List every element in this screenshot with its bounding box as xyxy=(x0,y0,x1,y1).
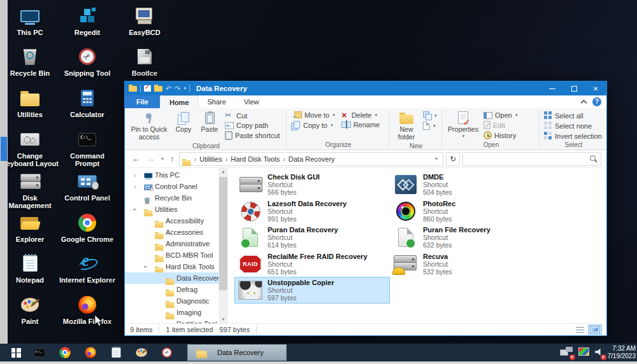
desktop-icon-this-pc[interactable]: This PC xyxy=(1,5,59,36)
breadcrumb-utilities[interactable]: Utilities xyxy=(198,155,223,163)
tree-item-utilities[interactable]: Utilities xyxy=(125,204,218,215)
customize-qat-chevron-icon[interactable]: ▾ xyxy=(183,86,186,91)
help-button[interactable] xyxy=(592,97,601,106)
move-to-button[interactable]: Move to▾ xyxy=(289,111,337,120)
details-view-button[interactable] xyxy=(575,326,586,334)
tree-item-diagnostic[interactable]: Diagnostic xyxy=(125,295,218,307)
icons-view-button[interactable] xyxy=(589,325,601,334)
file-item-dmde[interactable]: DMDEShortcut504 bytes xyxy=(390,172,545,197)
file-item-reclaime-free-raid-recovery[interactable]: RAIDReclaiMe Free RAID RecoveryShortcut6… xyxy=(235,251,389,277)
file-item-puran-file-recovery[interactable]: Puran File RecoveryShortcut632 bytes xyxy=(390,225,545,250)
desktop-icon-regedit[interactable]: Regedit xyxy=(59,5,116,36)
file-item-photorec[interactable]: PhotoRecShortcut860 bytes xyxy=(390,199,545,224)
expander-collapsed-icon[interactable] xyxy=(134,170,140,180)
desktop-icon-disk-management[interactable]: Disk Management xyxy=(1,171,59,209)
breadcrumb-hard-disk-tools[interactable]: Hard Disk Tools xyxy=(229,155,281,163)
tab-view[interactable]: View xyxy=(235,95,268,108)
undo-icon[interactable]: ↶ xyxy=(166,85,171,92)
tab-file[interactable]: File xyxy=(125,95,160,108)
start-button[interactable] xyxy=(5,344,27,361)
tree-item-accessories[interactable]: Accessories xyxy=(125,227,218,238)
breadcrumb-data-recovery[interactable]: Data Recovery xyxy=(287,155,336,163)
minimize-button[interactable] xyxy=(541,81,563,95)
redo-icon[interactable]: ↷ xyxy=(175,85,180,92)
properties-icon[interactable] xyxy=(144,85,151,92)
expander-expanded-icon[interactable] xyxy=(134,204,140,214)
up-button[interactable]: ↑ xyxy=(168,155,176,163)
tab-share[interactable]: Share xyxy=(199,95,235,108)
desktop-icon-mozilla-firefox[interactable]: Mozilla Firefox xyxy=(59,294,116,325)
refresh-button[interactable] xyxy=(446,152,460,166)
file-item-lazesoft-data-recovery[interactable]: Lazesoft Data RecoveryShortcut991 bytes xyxy=(235,199,389,224)
file-item-check-disk-gui[interactable]: Check Disk GUIShortcut566 bytes xyxy=(235,172,389,197)
select-all-button[interactable]: Select all xyxy=(542,111,604,120)
close-button[interactable] xyxy=(585,81,606,95)
desktop-icon-notepad[interactable]: Notepad xyxy=(1,253,59,284)
tree-item-accessibility[interactable]: Accessibility xyxy=(125,215,218,227)
taskbar-icon-cmd[interactable] xyxy=(27,344,52,361)
taskbar-icon-snip[interactable] xyxy=(154,344,180,361)
open-button[interactable]: Open▾ xyxy=(482,111,519,120)
tray-volume-icon[interactable]: ✕ xyxy=(595,347,604,358)
tree-scrollbar-thumb[interactable] xyxy=(219,177,227,290)
edit-button[interactable]: Edit xyxy=(482,120,519,130)
desktop-icon-control-panel[interactable]: Control Panel xyxy=(59,171,116,202)
breadcrumb[interactable]: › Utilities › Hard Disk Tools › Data Rec… xyxy=(179,152,443,166)
pin-to-quick-access-button[interactable]: Pin to Quick access xyxy=(127,109,171,142)
cut-button[interactable]: Cut xyxy=(223,111,282,120)
paste-shortcut-button[interactable]: Paste shortcut xyxy=(223,130,282,141)
file-item-unstoppable-copier[interactable]: Unstoppable CopierShortcut597 bytes xyxy=(235,277,389,303)
taskbar-icon-paint[interactable] xyxy=(129,344,154,361)
desktop-icon-paint[interactable]: Paint xyxy=(1,294,59,325)
collapse-ribbon-icon[interactable] xyxy=(581,100,587,106)
tree-item-defrag[interactable]: Defrag xyxy=(125,284,218,295)
new-folder-button[interactable]: New folder xyxy=(392,109,421,142)
desktop-icon-bootice[interactable]: BootIce xyxy=(116,46,173,77)
expander-collapsed-icon[interactable] xyxy=(134,181,140,192)
desktop-icon-google-chrome[interactable]: Google Chrome xyxy=(59,212,116,243)
maximize-button[interactable] xyxy=(563,81,585,95)
tree-item-this-pc[interactable]: This PC xyxy=(125,169,218,181)
desktop-icon-utilities[interactable]: Utilities xyxy=(1,87,59,118)
desktop-icon-command-prompt[interactable]: Command Prompt xyxy=(59,129,116,167)
address-dropdown-chevron-icon[interactable]: ▾ xyxy=(433,156,440,162)
tab-home[interactable]: Home xyxy=(160,95,199,108)
copy-path-button[interactable]: Copy path xyxy=(223,121,282,130)
taskbar-icon-chrome[interactable] xyxy=(52,344,78,361)
back-button[interactable]: ← xyxy=(130,155,142,163)
recent-locations-chevron-icon[interactable]: ▾ xyxy=(159,155,166,163)
tree-item-hard-disk-tools[interactable]: Hard Disk Tools xyxy=(125,261,218,272)
scroll-up-icon[interactable]: ▲ xyxy=(218,168,228,176)
desktop-icon-easybcd[interactable]: EasyBCD xyxy=(116,5,173,36)
tray-network-icon[interactable]: ✕ xyxy=(560,347,573,358)
rename-button[interactable]: Rename xyxy=(340,120,382,129)
tree-item-recycle-bin[interactable]: Recycle Bin xyxy=(125,192,218,204)
scroll-down-icon[interactable]: ▼ xyxy=(218,316,228,323)
taskbar-clock[interactable]: 7:32 AM 7/19/2023 xyxy=(608,345,637,360)
delete-button[interactable]: Delete▾ xyxy=(340,111,382,120)
history-button[interactable]: History xyxy=(482,130,519,140)
copy-to-button[interactable]: Copy to▾ xyxy=(289,120,337,130)
tree-item-control-panel[interactable]: Control Panel xyxy=(125,181,218,192)
tree-item-partition-tool[interactable]: Partition Tool xyxy=(125,318,218,323)
properties-button[interactable]: Properties ▾ xyxy=(445,109,482,140)
desktop-icon-explorer[interactable]: Explorer xyxy=(1,212,59,243)
paste-button[interactable]: Paste xyxy=(196,109,223,135)
invert-selection-button[interactable]: Invert selection xyxy=(542,131,604,141)
search-input[interactable] xyxy=(466,155,590,163)
new-item-button[interactable]: ▾ xyxy=(421,121,439,130)
copy-button[interactable]: Copy xyxy=(171,109,196,135)
desktop-icon-internet-explorer[interactable]: Internet Explorer xyxy=(59,253,116,284)
host-scrollbar-thumb[interactable] xyxy=(1,137,7,161)
desktop-icon-snipping-tool[interactable]: Snipping Tool xyxy=(59,46,116,77)
tray-display-icon[interactable] xyxy=(578,347,589,358)
easy-access-button[interactable]: ▾ xyxy=(421,111,439,120)
desktop-icon-calculator[interactable]: Calculator xyxy=(59,87,116,118)
tree-item-administrative[interactable]: Administrative xyxy=(125,238,218,249)
file-item-puran-data-recovery[interactable]: Puran Data RecoveryShortcut614 bytes xyxy=(235,225,389,250)
tree-item-bcd-mbr-tool[interactable]: BCD-MBR Tool xyxy=(125,249,218,261)
file-item-recuva[interactable]: RecuvaShortcut532 bytes xyxy=(390,251,545,277)
taskbar-icon-notepad[interactable] xyxy=(103,344,129,361)
new-folder-icon[interactable] xyxy=(154,86,162,92)
taskbar-task-data-recovery[interactable]: Data Recovery xyxy=(187,344,287,361)
